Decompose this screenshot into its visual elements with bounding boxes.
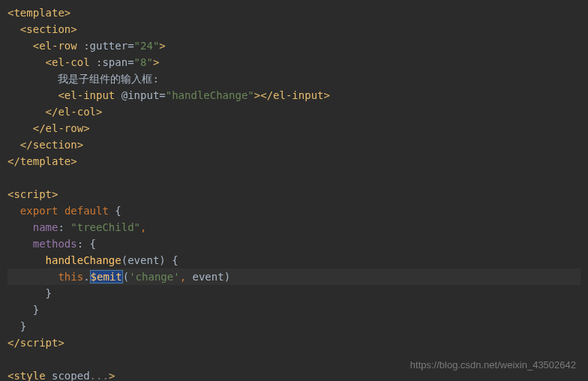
- tag: >: [109, 370, 115, 381]
- tag: </script>: [8, 337, 64, 349]
- code-line: <section>: [8, 21, 580, 38]
- tag: >: [153, 56, 159, 68]
- tag: </template>: [8, 155, 77, 167]
- code-line: handleChange(event) {: [8, 252, 580, 268]
- brace: }: [33, 304, 39, 316]
- attr-name: scoped: [52, 370, 90, 381]
- string: "treeChild": [70, 221, 140, 233]
- code-line: 我是子组件的输入框:: [8, 70, 580, 87]
- attr-name: :span=: [96, 56, 134, 68]
- brace: {: [109, 205, 122, 217]
- fold-indicator[interactable]: ...: [90, 370, 109, 381]
- attr-value: "24": [134, 40, 160, 52]
- brace: }: [20, 320, 26, 332]
- code-line: </template>: [8, 153, 580, 170]
- attr-name: @input=: [122, 89, 166, 101]
- tag: </el-input>: [260, 89, 330, 101]
- tag: <script>: [8, 188, 58, 200]
- code-editor[interactable]: <template> <section> <el-row :gutter="24…: [0, 0, 588, 381]
- code-line: <script>: [8, 186, 580, 202]
- tag: >: [159, 40, 165, 52]
- tag: >: [254, 89, 260, 101]
- watermark: https://blog.csdn.net/weixin_43502642: [410, 359, 576, 370]
- keyword: this: [58, 271, 83, 283]
- code-line: export default {: [8, 202, 580, 219]
- string: 'change': [129, 271, 179, 283]
- code-line: <template>: [8, 4, 580, 21]
- code-line: [8, 170, 580, 186]
- code-line: <el-row :gutter="24">: [8, 38, 580, 54]
- param: event: [128, 254, 159, 266]
- tag: <el-row: [33, 40, 83, 52]
- tag: <el-col: [46, 56, 96, 68]
- tag: </el-row>: [33, 122, 90, 134]
- comma: ,: [140, 221, 146, 233]
- code-line: name: "treeChild",: [8, 219, 580, 236]
- keyword: export: [20, 205, 58, 217]
- property: methods: [33, 238, 77, 250]
- function-name: handleChange: [46, 254, 122, 266]
- paren: ) {: [159, 254, 178, 266]
- tag: <template>: [8, 7, 70, 19]
- code-line: methods: {: [8, 236, 580, 252]
- tag: </el-col>: [46, 106, 103, 118]
- code-line: </script>: [8, 334, 580, 351]
- dot: .: [83, 271, 89, 283]
- tag: <section>: [20, 23, 77, 35]
- attr-name: :gutter=: [83, 40, 134, 52]
- tag: </section>: [20, 139, 83, 151]
- code-line-highlighted: this.$emit('change', event): [8, 268, 580, 285]
- code-line: <el-col :span="8">: [8, 54, 580, 70]
- code-line: </el-col>: [8, 104, 580, 120]
- code-line: }: [8, 318, 580, 334]
- brace: : {: [77, 238, 96, 250]
- code-line: </section>: [8, 136, 580, 153]
- attr-value: "handleChange": [166, 89, 254, 101]
- brace: }: [46, 287, 52, 299]
- code-line: }: [8, 285, 580, 302]
- paren: (: [122, 254, 128, 266]
- param: event: [192, 271, 224, 283]
- text: 我是子组件的输入框:: [58, 73, 158, 85]
- tag: <style: [8, 370, 52, 381]
- selected-text: $emit: [90, 270, 123, 284]
- paren: ): [224, 271, 230, 283]
- property: name: [33, 221, 58, 233]
- attr-value: "8": [134, 56, 153, 68]
- tag: <el-input: [58, 89, 121, 101]
- code-line: <el-input @input="handleChange"></el-inp…: [8, 87, 580, 104]
- keyword: default: [64, 205, 109, 217]
- code-line: </el-row>: [8, 120, 580, 136]
- colon: :: [58, 221, 70, 233]
- code-line: }: [8, 302, 580, 318]
- comma: ,: [180, 271, 193, 283]
- paren: (: [123, 271, 129, 283]
